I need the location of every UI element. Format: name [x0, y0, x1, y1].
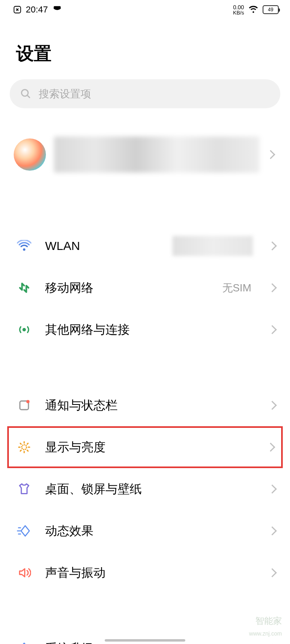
setting-item-notification[interactable]: 通知与状态栏 [0, 384, 290, 426]
setting-label: 桌面、锁屏与壁纸 [45, 481, 255, 497]
brightness-icon [17, 440, 31, 454]
close-app-icon [13, 5, 22, 14]
status-right: 0.00 KB/s 49 [233, 4, 279, 15]
setting-label: 其他网络与连接 [45, 322, 255, 338]
setting-value: 无SIM [222, 281, 251, 295]
avatar [14, 138, 46, 171]
setting-label: 动态效果 [45, 523, 255, 539]
setting-label: WLAN [45, 239, 159, 253]
hotspot-icon [17, 322, 31, 337]
setting-item-motion[interactable]: 动态效果 [0, 510, 290, 552]
svg-point-5 [22, 445, 27, 450]
svg-point-2 [23, 328, 26, 332]
setting-item-sound[interactable]: 声音与振动 [0, 552, 290, 594]
svg-point-4 [26, 400, 29, 403]
battery-icon: 49 [263, 5, 279, 14]
mobile-data-icon [17, 281, 31, 295]
chevron-right-icon [266, 150, 276, 159]
chevron-right-icon [268, 283, 277, 293]
setting-label: 移动网络 [45, 280, 209, 296]
app-drawer-icon [52, 4, 62, 15]
setting-item-mobile-network[interactable]: 移动网络 无SIM [0, 267, 290, 309]
status-left: 20:47 [13, 4, 62, 15]
search-placeholder: 搜索设置项 [39, 87, 91, 101]
search-icon [20, 88, 31, 99]
status-time: 20:47 [26, 4, 48, 15]
wlan-value-blurred [172, 236, 253, 256]
account-entry[interactable] [10, 132, 280, 177]
status-bar: 20:47 0.00 KB/s 49 [0, 0, 290, 19]
update-icon [17, 641, 31, 644]
setting-label: 显示与亮度 [45, 439, 254, 456]
account-info-blurred [54, 136, 259, 173]
chevron-right-icon [266, 443, 276, 452]
setting-item-wlan[interactable]: WLAN [0, 225, 290, 267]
chevron-right-icon [268, 485, 277, 494]
search-input[interactable]: 搜索设置项 [10, 79, 280, 108]
chevron-right-icon [268, 526, 277, 536]
notification-icon [17, 398, 31, 413]
home-indicator[interactable] [105, 639, 185, 642]
setting-item-other-network[interactable]: 其他网络与连接 [0, 309, 290, 351]
page-title: 设置 [0, 19, 290, 79]
wifi-icon [248, 6, 259, 14]
setting-item-desktop[interactable]: 桌面、锁屏与壁纸 [0, 468, 290, 510]
watermark-url: www.znj.com [249, 630, 282, 637]
chevron-right-icon [268, 568, 277, 578]
chevron-right-icon [268, 325, 277, 334]
chevron-right-icon [268, 242, 277, 251]
wifi-settings-icon [17, 239, 31, 253]
setting-label: 通知与状态栏 [45, 397, 255, 414]
setting-label: 声音与振动 [45, 565, 255, 581]
watermark: 智能家 [255, 615, 282, 627]
chevron-right-icon [268, 401, 277, 410]
motion-icon [17, 524, 31, 538]
setting-item-display[interactable]: 显示与亮度 [7, 426, 283, 468]
sound-icon [17, 566, 31, 580]
net-speed: 0.00 KB/s [233, 4, 244, 15]
tshirt-icon [17, 482, 31, 496]
